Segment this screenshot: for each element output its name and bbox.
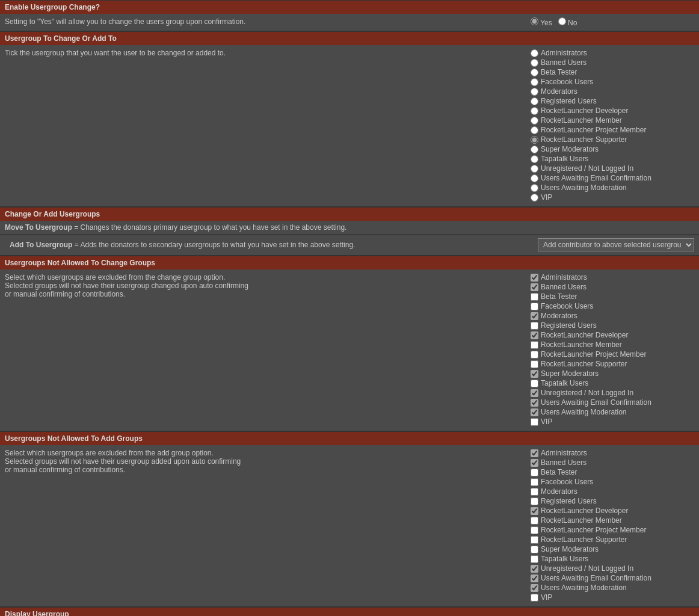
list-item[interactable]: RocketLauncher Developer [531, 106, 693, 115]
not-allowed-add-cb-2[interactable] [531, 469, 538, 476]
not-allowed-change-cb-11[interactable] [531, 380, 538, 387]
usergroup-radio-4[interactable] [531, 88, 538, 96]
list-item[interactable]: Moderators [531, 87, 693, 96]
list-item[interactable]: Registered Users [531, 497, 693, 505]
list-item[interactable]: Tapatalk Users [531, 555, 693, 563]
not-allowed-change-cb-3[interactable] [531, 303, 538, 310]
list-item[interactable]: Administrators [531, 273, 693, 282]
list-item[interactable]: Tapatalk Users [531, 379, 693, 387]
no-radio-label[interactable]: No [558, 17, 577, 27]
list-item[interactable]: VIP [531, 193, 693, 202]
usergroup-radio-13[interactable] [531, 174, 538, 182]
list-item[interactable]: RocketLauncher Supporter [531, 535, 693, 544]
list-item[interactable]: Unregistered / Not Logged In [531, 564, 693, 573]
not-allowed-add-cb-4[interactable] [531, 488, 538, 496]
not-allowed-change-cb-15[interactable] [531, 418, 538, 426]
not-allowed-add-cb-5[interactable] [531, 497, 538, 505]
usergroup-radio-3[interactable] [531, 78, 538, 86]
list-item[interactable]: Users Awaiting Email Confirmation [531, 398, 693, 407]
list-item[interactable]: Beta Tester [531, 292, 693, 301]
not-allowed-add-cb-9[interactable] [531, 536, 538, 544]
usergroup-radio-12[interactable] [531, 165, 538, 173]
usergroup-radio-11[interactable] [531, 155, 538, 163]
usergroup-radio-0[interactable] [531, 49, 538, 57]
list-item[interactable]: RocketLauncher Member [531, 116, 693, 125]
list-item[interactable]: RocketLauncher Member [531, 340, 693, 349]
list-item[interactable]: RocketLauncher Supporter [531, 360, 693, 368]
list-item[interactable]: RocketLauncher Developer [531, 331, 693, 339]
list-item[interactable]: RocketLauncher Supporter [531, 135, 693, 144]
not-allowed-add-cb-14[interactable] [531, 584, 538, 592]
not-allowed-add-cb-6[interactable] [531, 507, 538, 515]
list-item[interactable]: Facebook Users [531, 78, 693, 86]
list-item[interactable]: Banned Users [531, 458, 693, 467]
not-allowed-add-cb-1[interactable] [531, 459, 538, 467]
list-item[interactable]: Beta Tester [531, 68, 693, 76]
not-allowed-change-cb-10[interactable] [531, 370, 538, 378]
list-item[interactable]: Administrators [531, 49, 693, 57]
usergroup-radio-9[interactable] [531, 136, 538, 144]
not-allowed-change-cb-4[interactable] [531, 312, 538, 320]
not-allowed-add-cb-0[interactable] [531, 449, 538, 457]
not-allowed-change-cb-13[interactable] [531, 399, 538, 407]
usergroup-radio-14[interactable] [531, 184, 538, 192]
list-item[interactable]: Users Awaiting Moderation [531, 408, 693, 416]
list-item[interactable]: VIP [531, 593, 693, 602]
list-item[interactable]: Beta Tester [531, 468, 693, 476]
usergroup-radio-6[interactable] [531, 107, 538, 115]
not-allowed-change-cb-0[interactable] [531, 274, 538, 282]
list-item[interactable]: RocketLauncher Developer [531, 507, 693, 515]
list-item[interactable]: RocketLauncher Project Member [531, 526, 693, 534]
not-allowed-add-cb-10[interactable] [531, 546, 538, 553]
not-allowed-add-cb-3[interactable] [531, 478, 538, 486]
not-allowed-change-cb-2[interactable] [531, 293, 538, 301]
list-item[interactable]: Banned Users [531, 58, 693, 67]
list-item[interactable]: Super Moderators [531, 145, 693, 153]
yes-radio-label[interactable]: Yes [531, 17, 552, 27]
list-item[interactable]: Registered Users [531, 97, 693, 105]
list-item[interactable]: Moderators [531, 487, 693, 496]
usergroup-radio-5[interactable] [531, 97, 538, 105]
list-item[interactable]: Users Awaiting Moderation [531, 584, 693, 592]
usergroup-radio-1[interactable] [531, 59, 538, 67]
list-item[interactable]: Banned Users [531, 283, 693, 291]
list-item[interactable]: Tapatalk Users [531, 155, 693, 163]
usergroup-radio-7[interactable] [531, 117, 538, 125]
list-item[interactable]: Unregistered / Not Logged In [531, 389, 693, 397]
list-item[interactable]: Facebook Users [531, 478, 693, 486]
not-allowed-add-cb-15[interactable] [531, 594, 538, 602]
list-item[interactable]: Users Awaiting Email Confirmation [531, 574, 693, 582]
not-allowed-change-cb-6[interactable] [531, 331, 538, 339]
list-item[interactable]: RocketLauncher Member [531, 516, 693, 525]
usergroup-radio-8[interactable] [531, 126, 538, 134]
not-allowed-add-cb-8[interactable] [531, 526, 538, 534]
list-item[interactable]: Users Awaiting Email Confirmation [531, 174, 693, 182]
not-allowed-change-cb-9[interactable] [531, 360, 538, 368]
list-item[interactable]: VIP [531, 417, 693, 426]
list-item[interactable]: RocketLauncher Project Member [531, 126, 693, 134]
not-allowed-change-cb-5[interactable] [531, 322, 538, 330]
list-item[interactable]: Moderators [531, 312, 693, 320]
list-item[interactable]: Registered Users [531, 321, 693, 330]
list-item[interactable]: Facebook Users [531, 302, 693, 310]
list-item[interactable]: Super Moderators [531, 545, 693, 553]
usergroup-radio-2[interactable] [531, 69, 538, 76]
list-item[interactable]: Super Moderators [531, 369, 693, 378]
list-item[interactable]: RocketLauncher Project Member [531, 350, 693, 359]
not-allowed-add-cb-11[interactable] [531, 555, 538, 563]
usergroup-radio-15[interactable] [531, 194, 538, 202]
no-radio[interactable] [558, 17, 566, 25]
not-allowed-change-cb-1[interactable] [531, 283, 538, 291]
usergroup-radio-10[interactable] [531, 146, 538, 153]
not-allowed-change-cb-14[interactable] [531, 408, 538, 416]
not-allowed-change-cb-7[interactable] [531, 341, 538, 349]
not-allowed-add-cb-12[interactable] [531, 565, 538, 573]
change-add-dropdown[interactable]: Add contributor to above selected usergr… [538, 238, 694, 251]
not-allowed-add-cb-13[interactable] [531, 574, 538, 582]
not-allowed-change-cb-12[interactable] [531, 389, 538, 397]
not-allowed-add-cb-7[interactable] [531, 517, 538, 525]
yes-radio[interactable] [531, 17, 538, 25]
list-item[interactable]: Users Awaiting Moderation [531, 183, 693, 192]
list-item[interactable]: Unregistered / Not Logged In [531, 164, 693, 173]
not-allowed-change-cb-8[interactable] [531, 351, 538, 359]
